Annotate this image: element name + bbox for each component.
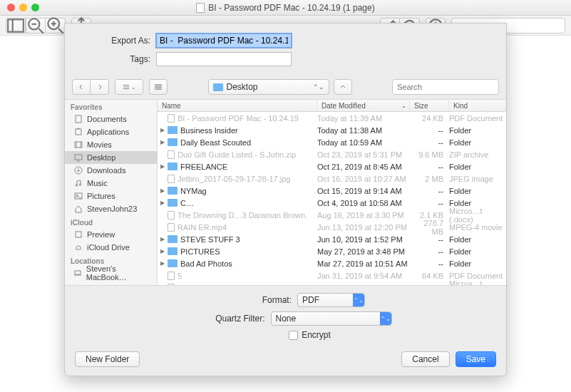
tags-field[interactable] (156, 52, 292, 66)
svg-line-3 (38, 29, 43, 33)
app-icon (73, 128, 83, 136)
svg-rect-22 (76, 115, 81, 123)
file-date: Oct 16, 2019 at 10:27 AM (317, 175, 410, 183)
file-size: 2 MB (410, 175, 449, 183)
file-icon (168, 175, 175, 183)
sidebar-item[interactable]: Applications (65, 125, 157, 138)
file-icon (168, 114, 175, 123)
file-icon (168, 150, 175, 159)
new-folder-button[interactable]: New Folder (75, 351, 140, 367)
file-kind: Folder (449, 187, 506, 195)
nav-back-button[interactable] (72, 79, 91, 95)
sidebar-item[interactable]: Movies (65, 138, 157, 151)
zoom-out-button[interactable] (26, 18, 46, 33)
browser-search[interactable] (392, 79, 499, 95)
file-date: Oct 4, 2019 at 10:58 AM (317, 199, 410, 207)
folder-icon (168, 235, 178, 243)
folder-icon (168, 199, 178, 207)
sidebar-item[interactable]: Desktop (65, 151, 157, 164)
file-kind: Folder (449, 235, 506, 244)
quartz-filter-popup[interactable]: None ⌃⌄ (271, 311, 392, 326)
file-kind: Folder (449, 259, 506, 268)
file-size: -- (410, 199, 449, 207)
file-kind: Micros…t (.docx) (449, 279, 506, 286)
file-date: Today at 11:39 AM (317, 114, 410, 123)
file-name: 5 (178, 272, 317, 280)
col-size[interactable]: Size (410, 100, 449, 111)
sidebar-toggle-button[interactable] (6, 18, 26, 33)
sidebar-item[interactable]: Steven's MacBook… (65, 267, 157, 279)
save-button[interactable]: Save (456, 351, 496, 367)
sidebar-item[interactable]: Documents (65, 113, 157, 125)
file-row[interactable]: ▶Business InsiderToday at 11:38 AM--Fold… (158, 124, 506, 136)
sidebar-item[interactable]: Music (65, 177, 157, 190)
column-headers[interactable]: Name Date Modified⌄ Size Kind (158, 100, 506, 112)
collapse-button[interactable] (334, 79, 352, 95)
location-popup[interactable]: Desktop ⌃⌄ (208, 79, 329, 95)
file-icon (168, 284, 175, 286)
laptop-icon (73, 269, 83, 277)
file-date: Oct 23, 2019 at 5:31 PM (317, 150, 410, 159)
svg-rect-35 (75, 271, 81, 274)
file-name: BI - Password PDF Mac - 10.24.19 (178, 114, 317, 123)
format-label: Format: (206, 295, 292, 305)
file-row[interactable]: ▶STEVE STUFF 3Jun 10, 2019 at 1:52 PM--F… (158, 233, 506, 245)
col-kind[interactable]: Kind (449, 100, 506, 111)
file-row[interactable]: ▶PICTURESMay 27, 2019 at 3:48 PM--Folder (158, 245, 506, 257)
chevron-updown-icon: ⌃⌄ (380, 312, 391, 325)
group-button[interactable] (149, 79, 168, 95)
sidebar-item[interactable]: StevenJohn23 (65, 202, 157, 215)
view-mode-button[interactable]: ⌄ (115, 79, 143, 95)
desktop-icon (73, 153, 83, 162)
svg-rect-19 (159, 88, 161, 90)
file-date: Jun 13, 2019 at 12:20 PM (317, 223, 410, 232)
col-name[interactable]: Name (158, 100, 317, 111)
disclosure-triangle-icon[interactable]: ▶ (158, 187, 168, 194)
format-popup[interactable]: PDF ⌃⌄ (297, 293, 365, 307)
sidebar-item[interactable]: Downloads (65, 164, 157, 177)
zoom-in-button[interactable] (46, 18, 66, 33)
svg-rect-16 (155, 85, 158, 87)
chevron-updown-icon: ⌃⌄ (313, 83, 324, 91)
folder-icon (168, 163, 178, 170)
nav-forward-button[interactable] (91, 79, 109, 95)
folder-icon (168, 126, 178, 134)
disclosure-triangle-icon[interactable]: ▶ (158, 236, 168, 242)
file-name: 5 (178, 284, 317, 286)
disclosure-triangle-icon[interactable]: ▶ (158, 163, 168, 170)
disclosure-triangle-icon[interactable]: ▶ (158, 139, 168, 145)
file-icon (168, 272, 175, 280)
window-title: BI - Password PDF Mac - 10.24.19 (1 page… (208, 3, 374, 13)
file-row[interactable]: ▶Bad Ad PhotosMar 27, 2019 at 10:51 AM--… (158, 257, 506, 269)
sidebar-section-header: iCloud (65, 215, 157, 228)
file-size: 20 KB (410, 284, 449, 286)
file-size: -- (410, 247, 449, 256)
col-date[interactable]: Date Modified⌄ (317, 100, 410, 111)
disclosure-triangle-icon[interactable]: ▶ (158, 248, 168, 254)
encrypt-checkbox[interactable] (289, 331, 298, 340)
sidebar-item[interactable]: Preview (65, 228, 157, 241)
file-row[interactable]: ▶FREELANCEOct 21, 2019 at 8:45 AM--Folde… (158, 160, 506, 172)
file-row[interactable]: ▶NYMagOct 15, 2019 at 9:14 AM--Folder (158, 185, 506, 197)
browser-search-input[interactable] (397, 83, 495, 91)
disclosure-triangle-icon[interactable]: ▶ (158, 260, 168, 267)
file-kind: Folder (449, 126, 506, 135)
file-date: Mar 27, 2019 at 10:51 AM (317, 259, 410, 268)
file-name: The Drowning D…3 Daraman Brown. (178, 211, 317, 220)
export-as-field[interactable] (156, 33, 292, 48)
file-list[interactable]: BI - Password PDF Mac - 10.24.19Today at… (158, 112, 506, 285)
file-name: RAIN ER.mp4 (178, 223, 317, 232)
sidebar-item[interactable]: iCloud Drive (65, 241, 157, 254)
sidebar-item-label: Movies (87, 140, 112, 149)
sidebar-item[interactable]: Pictures (65, 190, 157, 202)
file-name: Daily Beast Scouted (180, 138, 317, 147)
disclosure-triangle-icon[interactable]: ▶ (158, 127, 168, 133)
disclosure-triangle-icon[interactable]: ▶ (158, 200, 168, 206)
sidebar-item-label: iCloud Drive (87, 243, 130, 252)
folder-icon (168, 187, 178, 195)
file-size: -- (410, 187, 449, 195)
file-row[interactable]: ▶Daily Beast ScoutedToday at 10:59 AM--F… (158, 136, 506, 148)
cancel-button[interactable]: Cancel (401, 351, 449, 367)
file-name: PICTURES (180, 247, 317, 256)
file-name: STEVE STUFF 3 (180, 235, 317, 244)
